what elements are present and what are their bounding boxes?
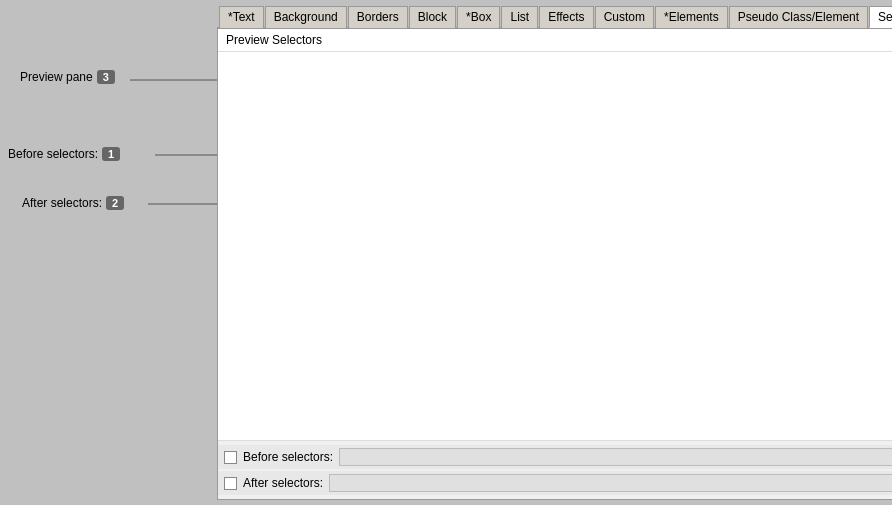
after-selectors-row: After selectors: <box>218 471 892 495</box>
after-selectors-annotation: After selectors: 2 <box>22 196 124 210</box>
tab-selectors[interactable]: Selectors <box>869 6 892 28</box>
preview-area <box>218 52 892 440</box>
after-selectors-row-label: After selectors: <box>243 476 323 490</box>
before-selectors-checkbox[interactable] <box>224 451 237 464</box>
main-content: *TextBackgroundBordersBlock*BoxListEffec… <box>217 0 892 505</box>
tab-block[interactable]: Block <box>409 6 456 28</box>
preview-pane-label: Preview pane <box>20 70 93 84</box>
preview-pane-badge: 3 <box>97 70 115 84</box>
preview-pane-annotation: Preview pane 3 <box>20 70 115 84</box>
before-selectors-input[interactable] <box>339 448 892 466</box>
after-selectors-label: After selectors: <box>22 196 102 210</box>
before-selectors-label: Before selectors: <box>8 147 98 161</box>
content-area: Preview Selectors Before selectors: Afte… <box>217 28 892 500</box>
tab-list[interactable]: List <box>501 6 538 28</box>
tab-elements[interactable]: *Elements <box>655 6 728 28</box>
content-header: Preview Selectors <box>218 29 892 52</box>
tab-pseudoclasselement[interactable]: Pseudo Class/Element <box>729 6 868 28</box>
tab-effects[interactable]: Effects <box>539 6 593 28</box>
tab-bar: *TextBackgroundBordersBlock*BoxListEffec… <box>217 5 892 28</box>
before-selectors-badge: 1 <box>102 147 120 161</box>
annotation-pane: Preview pane 3 Before selectors: 1 After… <box>0 0 217 505</box>
tab-custom[interactable]: Custom <box>595 6 654 28</box>
after-selectors-badge: 2 <box>106 196 124 210</box>
before-selectors-annotation: Before selectors: 1 <box>8 147 120 161</box>
tab-box[interactable]: *Box <box>457 6 500 28</box>
before-selectors-row: Before selectors: <box>218 445 892 469</box>
after-selectors-checkbox[interactable] <box>224 477 237 490</box>
tab-borders[interactable]: Borders <box>348 6 408 28</box>
after-selectors-input[interactable] <box>329 474 892 492</box>
tab-text[interactable]: *Text <box>219 6 264 28</box>
selector-rows: Before selectors: After selectors: <box>218 440 892 499</box>
tab-background[interactable]: Background <box>265 6 347 28</box>
before-selectors-row-label: Before selectors: <box>243 450 333 464</box>
